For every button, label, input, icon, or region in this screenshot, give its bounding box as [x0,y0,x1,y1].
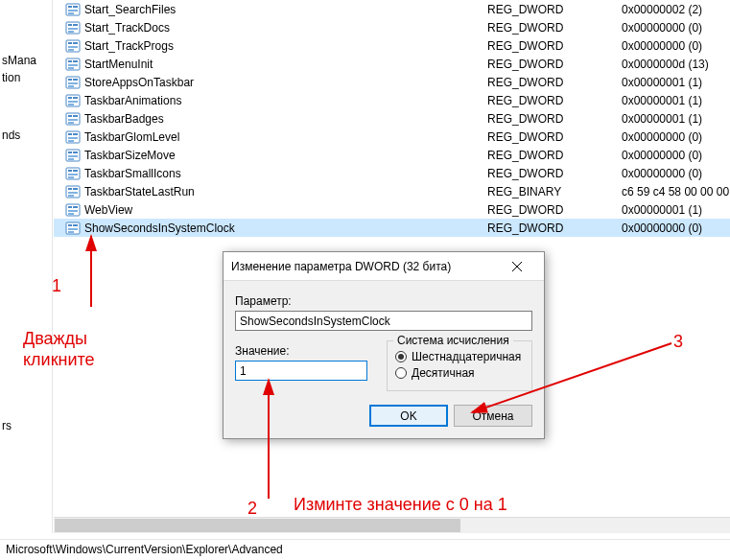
value-field[interactable] [235,361,367,381]
dword-value-icon [65,93,81,108]
horizontal-scrollbar[interactable] [54,517,730,533]
base-group: Система исчисления Шестнадцатеричная Дес… [387,340,532,391]
tree-item[interactable]: rs [0,417,52,434]
svg-rect-54 [68,195,74,197]
value-type: REG_DWORD [487,94,622,107]
base-legend: Система исчисления [393,334,513,347]
value-type: REG_BINARY [487,185,622,198]
svg-rect-38 [68,137,78,139]
scrollbar-thumb[interactable] [55,519,460,532]
svg-rect-63 [68,228,78,230]
tree-item[interactable]: sMana [0,52,52,69]
registry-row[interactable]: TaskbarAnimationsREG_DWORD0x00000001 (1) [54,91,730,109]
svg-rect-48 [68,174,78,175]
svg-rect-1 [68,6,72,8]
registry-row[interactable]: ShowSecondsInSystemClockREG_DWORD0x00000… [54,219,730,237]
param-label: Параметр: [235,294,532,308]
value-data: 0x00000000 (0) [622,130,730,144]
value-type: REG_DWORD [487,3,622,16]
value-name: StartMenuInit [84,58,487,71]
value-data: 0x00000002 (2) [622,3,730,16]
dword-value-icon [65,20,81,35]
value-type: REG_DWORD [487,222,622,235]
svg-rect-19 [68,67,74,69]
svg-rect-12 [73,42,78,44]
svg-rect-42 [73,152,78,153]
registry-row[interactable]: Start_TrackDocsREG_DWORD0x00000000 (0) [54,18,730,36]
svg-rect-61 [68,224,72,226]
svg-rect-22 [73,79,78,81]
value-type: REG_DWORD [487,149,622,162]
svg-rect-34 [68,122,74,124]
radio-dec[interactable]: Десятичная [395,366,524,380]
registry-row[interactable]: StoreAppsOnTaskbarREG_DWORD0x00000001 (1… [54,73,730,91]
svg-rect-36 [68,133,72,135]
dword-value-icon [65,221,81,236]
param-field [235,311,532,331]
svg-rect-16 [68,60,72,62]
svg-rect-4 [68,12,74,14]
value-label: Значение: [235,344,367,358]
registry-row[interactable]: TaskbarSmallIconsREG_DWORD0x00000000 (0) [54,164,730,182]
value-name: Start_TrackDocs [84,21,487,35]
value-name: WebView [84,203,487,217]
tree-item[interactable]: tion [0,69,52,86]
value-type: REG_DWORD [487,112,622,126]
radio-icon [395,367,407,379]
value-data: c6 59 c4 58 00 00 00 [622,185,730,198]
dword-value-icon [65,148,81,163]
dword-value-icon [65,184,81,199]
value-name: TaskbarAnimations [84,94,487,107]
svg-rect-11 [68,42,72,44]
status-bar: Microsoft\Windows\CurrentVersion\Explore… [0,539,730,560]
svg-rect-64 [68,231,74,233]
value-type: REG_DWORD [487,167,622,180]
registry-row[interactable]: TaskbarBadgesREG_DWORD0x00000001 (1) [54,109,730,128]
value-name: TaskbarGlomLevel [84,130,487,144]
close-button[interactable] [498,253,536,280]
radio-hex[interactable]: Шестнадцатеричная [395,350,524,363]
tree-item[interactable]: nds [0,127,52,144]
svg-rect-33 [68,119,78,121]
registry-row[interactable]: WebViewREG_DWORD0x00000001 (1) [54,200,730,219]
svg-rect-27 [73,97,78,99]
svg-rect-8 [68,28,78,30]
tree-panel: sMana tion nds rs [0,0,53,533]
dialog-titlebar[interactable]: Изменение параметра DWORD (32 бита) [224,252,544,281]
registry-row[interactable]: Start_SearchFilesREG_DWORD0x00000002 (2) [54,0,730,18]
svg-rect-37 [73,133,78,135]
value-data: 0x00000000 (0) [622,39,730,53]
svg-rect-58 [68,210,78,212]
value-data: 0x00000000 (0) [622,21,730,35]
value-data: 0x0000000d (13) [622,58,730,71]
svg-rect-41 [68,152,72,153]
registry-row[interactable]: StartMenuInitREG_DWORD0x0000000d (13) [54,55,730,73]
value-data: 0x00000001 (1) [622,112,730,126]
value-data: 0x00000001 (1) [622,94,730,107]
svg-rect-28 [68,101,78,103]
cancel-button[interactable]: Отмена [454,405,532,427]
value-type: REG_DWORD [487,39,622,53]
value-name: TaskbarSmallIcons [84,167,487,180]
registry-row[interactable]: TaskbarSizeMoveREG_DWORD0x00000000 (0) [54,146,730,164]
ok-button[interactable]: OK [369,405,448,427]
svg-rect-29 [68,104,74,105]
svg-rect-3 [68,10,78,12]
dword-value-icon [65,38,81,54]
svg-rect-13 [68,46,78,48]
radio-dec-label: Десятичная [412,366,475,380]
dword-value-icon [65,202,81,218]
svg-rect-47 [73,170,78,172]
value-name: StoreAppsOnTaskbar [84,76,487,89]
registry-row[interactable]: TaskbarStateLastRunREG_BINARYc6 59 c4 58… [54,182,730,200]
svg-rect-53 [68,192,78,194]
svg-rect-43 [68,155,78,157]
radio-hex-label: Шестнадцатеричная [412,350,521,363]
registry-row[interactable]: TaskbarGlomLevelREG_DWORD0x00000000 (0) [54,128,730,146]
value-name: TaskbarSizeMove [84,149,487,162]
dword-value-icon [65,129,81,145]
value-data: 0x00000000 (0) [622,222,730,235]
svg-rect-23 [68,82,78,84]
svg-rect-56 [68,206,72,208]
registry-row[interactable]: Start_TrackProgsREG_DWORD0x00000000 (0) [54,36,730,55]
